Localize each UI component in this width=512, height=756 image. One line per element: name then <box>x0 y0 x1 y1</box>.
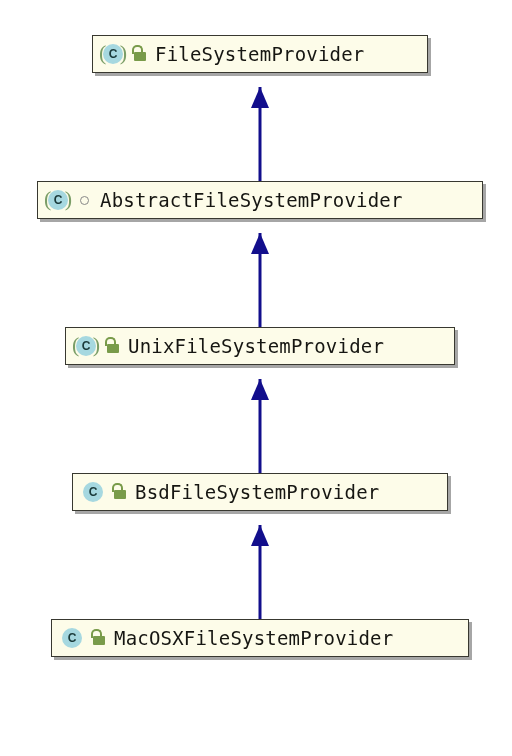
unlock-icon <box>92 630 106 646</box>
class-node-n2[interactable]: (C)UnixFileSystemProvider <box>65 327 455 365</box>
package-visibility-icon <box>78 192 92 208</box>
class-node-n0[interactable]: (C)FileSystemProvider <box>92 35 428 73</box>
unlock-icon <box>113 484 127 500</box>
class-name-label: FileSystemProvider <box>155 43 365 65</box>
class-icon: (C) <box>60 626 84 650</box>
class-icon: (C) <box>74 334 98 358</box>
class-letter: C <box>83 482 103 502</box>
class-node-n4[interactable]: (C)MacOSXFileSystemProvider <box>51 619 469 657</box>
class-name-label: MacOSXFileSystemProvider <box>114 627 393 649</box>
class-icon: (C) <box>46 188 70 212</box>
class-node-n3[interactable]: (C)BsdFileSystemProvider <box>72 473 448 511</box>
class-node-n1[interactable]: (C)AbstractFileSystemProvider <box>37 181 483 219</box>
class-name-label: UnixFileSystemProvider <box>128 335 384 357</box>
unlock-icon <box>106 338 120 354</box>
class-name-label: BsdFileSystemProvider <box>135 481 379 503</box>
class-name-label: AbstractFileSystemProvider <box>100 189 403 211</box>
class-icon: (C) <box>101 42 125 66</box>
unlock-icon <box>133 46 147 62</box>
class-letter: C <box>62 628 82 648</box>
class-icon: (C) <box>81 480 105 504</box>
